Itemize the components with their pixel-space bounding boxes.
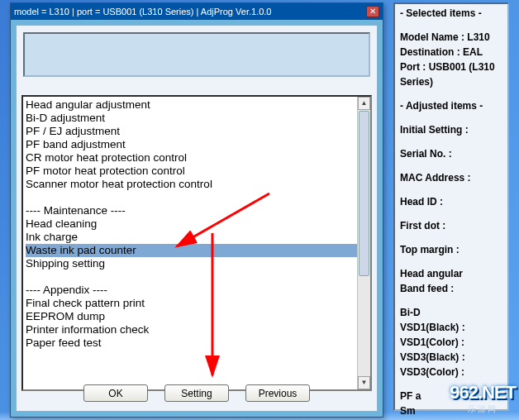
side-vsd3c: VSD3(Color) : — [400, 366, 502, 379]
list-item[interactable]: Paper feed test — [26, 336, 368, 350]
adjusted-items-panel: - Selected items - Model Name : L310 Des… — [393, 2, 509, 411]
side-destination: Destination : EAL — [400, 46, 502, 59]
scroll-thumb[interactable] — [359, 111, 369, 276]
side-port-l1: Port : USB001 (L310 — [400, 61, 502, 74]
list-item[interactable]: PF band adjustment — [26, 138, 368, 151]
side-headang-l2: Band feed : — [400, 283, 502, 295]
list-item[interactable]: Waste ink pad counter — [26, 244, 368, 257]
list-item[interactable]: PF / EJ adjustment — [26, 125, 368, 138]
side-port-l2: Series) — [400, 76, 502, 88]
main-window: model = L310 | port = USB001 (L310 Serie… — [10, 2, 383, 418]
list-item[interactable]: ---- Maintenance ---- — [26, 204, 368, 217]
adjustment-listbox[interactable]: Head angular adjustmentBi-D adjustmentPF… — [21, 95, 372, 391]
list-item[interactable]: EEPROM dump — [26, 310, 368, 323]
previous-button[interactable]: Previous — [245, 384, 310, 402]
close-icon[interactable]: ✕ — [366, 6, 379, 17]
side-bid: Bi-D — [400, 307, 502, 319]
list-item[interactable]: Printer information check — [26, 323, 368, 336]
list-item[interactable]: Shipping setting — [26, 257, 368, 270]
scrollbar[interactable]: ▲ ▼ — [357, 97, 370, 389]
side-headid: Head ID : — [400, 196, 502, 208]
window-body: Head angular adjustmentBi-D adjustmentPF… — [16, 25, 378, 412]
list-item[interactable]: CR motor heat protection control — [26, 151, 368, 165]
side-firstdot: First dot : — [400, 220, 502, 232]
title-text: model = L310 | port = USB001 (L310 Serie… — [14, 7, 366, 17]
list-item[interactable]: Head angular adjustment — [26, 98, 368, 112]
list-item[interactable]: Ink charge — [26, 231, 368, 244]
list-item[interactable]: ---- Appendix ---- — [26, 284, 368, 297]
side-initial: Initial Setting : — [400, 124, 502, 136]
list-item[interactable] — [26, 270, 368, 284]
list-item[interactable]: Final check pattern print — [26, 297, 368, 310]
list-item[interactable]: Scanner motor heat protection control — [26, 178, 368, 191]
side-headang-l1: Head angular — [400, 268, 502, 280]
list-item[interactable]: PF motor heat protection control — [26, 165, 368, 178]
scroll-up-icon[interactable]: ▲ — [358, 97, 370, 110]
ok-button[interactable]: OK — [83, 384, 148, 402]
side-model: Model Name : L310 — [400, 31, 502, 44]
watermark-small: 乐游网 — [450, 403, 516, 415]
button-row: OK Setting Previous — [17, 384, 377, 404]
setting-button[interactable]: Setting — [164, 384, 229, 402]
side-serial: Serial No. : — [400, 148, 502, 160]
watermark: 962.NET 乐游网 — [450, 382, 516, 415]
side-topmargin: Top margin : — [400, 244, 502, 256]
side-vsd1b: VSD1(Black) : — [400, 322, 502, 334]
side-header-adjusted: - Adjusted items - — [400, 100, 502, 112]
side-vsd3b: VSD3(Black) : — [400, 351, 502, 364]
watermark-big: 962.NET — [450, 382, 516, 403]
side-mac: MAC Address : — [400, 172, 502, 184]
list-item[interactable]: Bi-D adjustment — [26, 112, 368, 125]
side-header-selected: - Selected items - — [400, 7, 502, 20]
list-item[interactable] — [26, 191, 368, 204]
list-item[interactable]: Head cleaning — [26, 217, 368, 231]
banner-panel — [23, 32, 370, 77]
titlebar[interactable]: model = L310 | port = USB001 (L310 Serie… — [11, 3, 383, 20]
side-vsd1c: VSD1(Color) : — [400, 336, 502, 349]
